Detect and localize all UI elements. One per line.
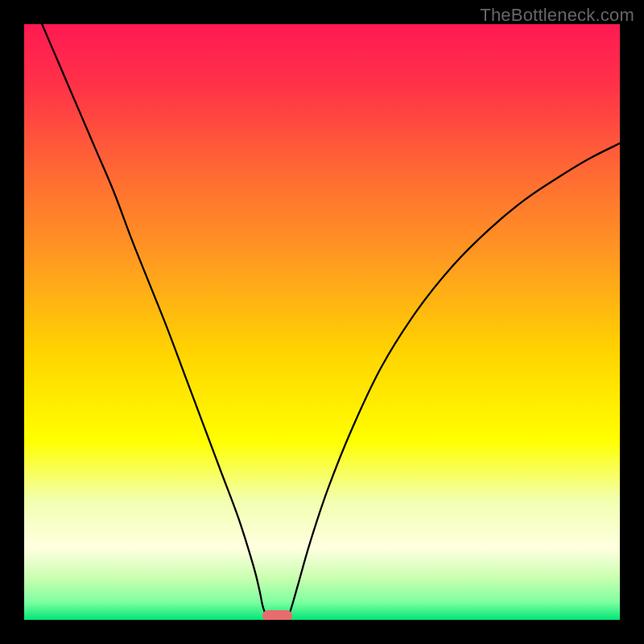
bottom-pill-marker	[262, 610, 292, 620]
gradient-background	[24, 24, 620, 620]
watermark-text: TheBottleneck.com	[480, 5, 634, 26]
chart-frame	[24, 24, 620, 620]
bottleneck-chart	[24, 24, 620, 620]
